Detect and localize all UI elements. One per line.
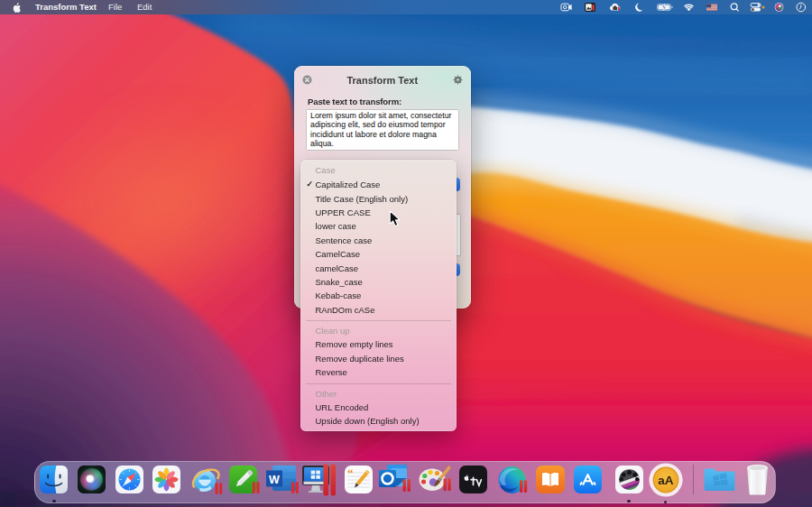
svg-text:aA: aA — [658, 474, 674, 487]
svg-text:“: “ — [347, 466, 354, 480]
svg-text:W: W — [269, 474, 280, 486]
